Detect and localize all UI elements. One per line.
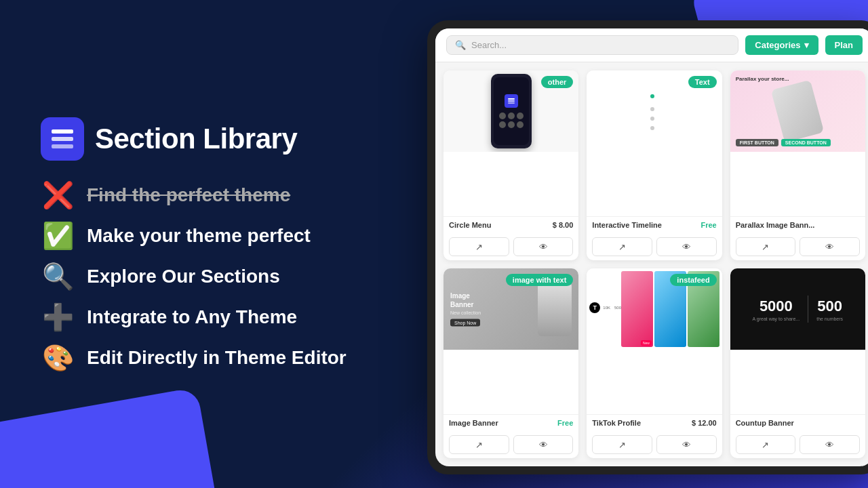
card-name-tiktok-profile: TikTok Profile: [592, 419, 641, 427]
categories-label: Categories: [755, 40, 800, 50]
card-circle-menu: other: [443, 70, 578, 260]
feature-emoji-find-theme: ❌: [41, 182, 75, 208]
countup-number-2: 500: [816, 298, 843, 315]
app-logo-icon: [41, 117, 84, 161]
card-footer-image-banner: Image Banner Free: [443, 414, 578, 431]
feature-item-integrate: ➕ Integrate to Any Theme: [41, 304, 407, 330]
parallax-btn-2: SECOND BUTTON: [781, 139, 831, 146]
card-image-tiktok-profile: instafeed T 10K 500: [587, 268, 722, 414]
circle-dots: [497, 113, 526, 128]
badge-instafeed: instafeed: [670, 274, 716, 286]
card-footer-tiktok-profile: TikTok Profile $ 12.00: [587, 414, 722, 431]
feature-text-edit: Edit Directly in Theme Editor: [87, 346, 347, 369]
tiktok-cell-1: New: [621, 271, 653, 347]
tablet-mockup: 🔍 Search... Categories ▾ Plan other: [427, 20, 868, 474]
card-price-interactive-timeline: Free: [701, 221, 716, 229]
tiktok-stat-2: 500: [614, 306, 621, 310]
logo-row: Section Library: [41, 117, 407, 161]
feature-text-explore: Explore Our Sections: [87, 265, 280, 288]
parallax-text-overlay: Parallax your store...: [736, 76, 789, 82]
tiktok-icon: T: [589, 302, 600, 313]
card-image-banner: image with text ImageBanner New collecti…: [443, 268, 578, 458]
card-name-parallax-banner: Parallax Image Bann...: [736, 221, 815, 229]
preview-countup: 5000 A great way to share... 500 the num…: [730, 268, 865, 350]
card-image-circle-menu: other: [443, 70, 578, 216]
feature-text-find-theme: Find the perfect theme: [87, 184, 290, 207]
card-name-countup-banner: Countup Banner: [736, 419, 794, 427]
svg-rect-1: [52, 137, 73, 141]
tiktok-stats: 10K 500: [603, 306, 621, 310]
card-name-image-banner: Image Banner: [449, 419, 498, 427]
tablet-screen: 🔍 Search... Categories ▾ Plan other: [435, 28, 868, 466]
tiktok-header: T 10K 500: [589, 302, 621, 313]
external-link-button-tiktok-profile[interactable]: ↗: [592, 435, 652, 454]
feature-item-edit: 🎨 Edit Directly in Theme Editor: [41, 345, 407, 371]
svg-rect-5: [508, 102, 515, 104]
feature-emoji-edit: 🎨: [41, 345, 75, 371]
card-actions-circle-menu: ↗ 👁: [443, 233, 578, 260]
tiktok-stat-1: 10K: [603, 306, 610, 310]
external-link-button-interactive-timeline[interactable]: ↗: [592, 237, 652, 256]
card-image-image-banner: image with text ImageBanner New collecti…: [443, 268, 578, 414]
feature-emoji-make-perfect: ✅: [41, 223, 75, 249]
feature-emoji-explore: 🔍: [41, 264, 75, 289]
card-actions-tiktok-profile: ↗ 👁: [587, 431, 722, 458]
phone-logo-icon: [505, 94, 518, 108]
plan-button[interactable]: Plan: [825, 35, 863, 55]
banner-title: ImageBanner: [450, 291, 481, 309]
feature-item-find-theme: ❌ Find the perfect theme: [41, 182, 407, 208]
features-list: ❌ Find the perfect theme ✅ Make your the…: [41, 182, 407, 371]
preview-button-countup-banner[interactable]: 👁: [800, 435, 860, 454]
feature-item-make-perfect: ✅ Make your theme perfect: [41, 223, 407, 249]
card-actions-image-banner: ↗ 👁: [443, 431, 578, 458]
countup-block-1: 5000 A great way to share...: [753, 298, 800, 321]
preview-button-interactive-timeline[interactable]: 👁: [656, 237, 717, 256]
svg-rect-2: [52, 144, 73, 148]
countup-number-1: 5000: [753, 298, 800, 315]
preview-button-image-banner[interactable]: 👁: [513, 435, 574, 454]
parallax-buttons: FIRST BUTTON SECOND BUTTON: [736, 139, 831, 146]
parallax-content: Parallax your store... FIRST BUTTON SECO…: [730, 70, 865, 152]
countup-label-1: A great way to share...: [753, 317, 800, 321]
preview-button-parallax-banner[interactable]: 👁: [800, 237, 860, 256]
card-price-image-banner: Free: [557, 419, 573, 427]
plan-label: Plan: [835, 40, 853, 50]
card-image-parallax-banner: Parallax your store... FIRST BUTTON SECO…: [730, 70, 865, 216]
card-actions-countup-banner: ↗ 👁: [730, 431, 865, 458]
timeline-line-1: [650, 92, 658, 102]
preview-button-tiktok-profile[interactable]: 👁: [656, 435, 717, 454]
svg-rect-3: [508, 98, 515, 100]
card-footer-parallax-banner: Parallax Image Bann...: [730, 216, 865, 233]
external-link-button-image-banner[interactable]: ↗: [449, 435, 509, 454]
search-icon: 🔍: [455, 40, 466, 50]
preview-button-circle-menu[interactable]: 👁: [513, 237, 574, 256]
external-link-button-countup-banner[interactable]: ↗: [736, 435, 796, 454]
parallax-btn-1: FIRST BUTTON: [736, 139, 778, 146]
cards-grid: other: [435, 62, 868, 466]
card-name-circle-menu: Circle Menu: [449, 221, 491, 229]
card-interactive-timeline: Text: [587, 70, 722, 260]
card-footer-countup-banner: Countup Banner: [730, 414, 865, 431]
badge-image-with-text: image with text: [506, 274, 573, 286]
badge-other: other: [541, 76, 574, 88]
phone-screen-inner: [494, 77, 529, 145]
card-footer-circle-menu: Circle Menu $ 8.00: [443, 216, 578, 233]
countup-block-2: 500 the numbers: [816, 298, 843, 321]
svg-rect-0: [52, 129, 73, 134]
search-bar[interactable]: 🔍 Search...: [446, 35, 738, 55]
card-actions-interactive-timeline: ↗ 👁: [587, 233, 722, 260]
screen-header: 🔍 Search... Categories ▾ Plan: [435, 28, 868, 62]
card-name-interactive-timeline: Interactive Timeline: [592, 221, 662, 229]
banner-cta: Shop Now: [450, 319, 480, 327]
timeline-line-3: [650, 115, 658, 121]
feature-item-explore: 🔍 Explore Our Sections: [41, 264, 407, 289]
card-image-interactive-timeline: Text: [587, 70, 722, 216]
left-panel: Section Library ❌ Find the perfect theme…: [0, 0, 448, 488]
timeline-line-2: [650, 105, 658, 112]
categories-button[interactable]: Categories ▾: [745, 35, 818, 55]
app-title: Section Library: [95, 123, 297, 155]
card-footer-interactive-timeline: Interactive Timeline Free: [587, 216, 722, 233]
external-link-button-circle-menu[interactable]: ↗: [449, 237, 509, 256]
external-link-button-parallax-banner[interactable]: ↗: [736, 237, 796, 256]
countup-divider: [808, 296, 808, 323]
